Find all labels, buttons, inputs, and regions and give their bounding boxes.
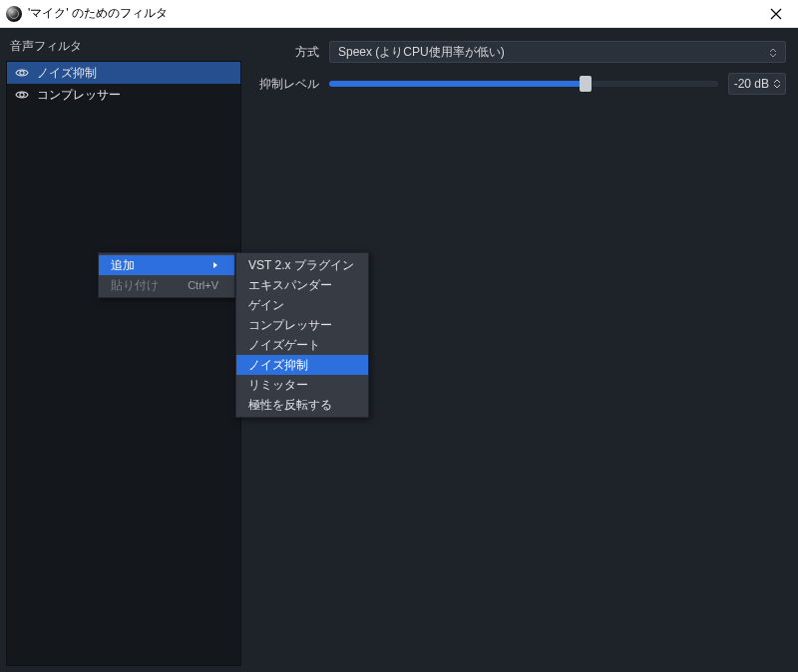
submenu-item-expander[interactable]: エキスパンダー <box>236 275 368 295</box>
context-menu[interactable]: 追加 貼り付け Ctrl+V <box>98 252 235 298</box>
spinbox-arrows-icon[interactable] <box>773 79 781 89</box>
submenu-item-limiter[interactable]: リミッター <box>236 375 368 395</box>
menu-item-add[interactable]: 追加 <box>99 255 234 275</box>
suppression-spinbox[interactable]: -20 dB <box>728 73 786 95</box>
close-icon <box>770 8 782 20</box>
submenu-item-noise-gate[interactable]: ノイズゲート <box>236 335 368 355</box>
menu-item-label: エキスパンダー <box>248 277 332 294</box>
menu-item-paste: 貼り付け Ctrl+V <box>99 275 234 295</box>
visibility-icon[interactable] <box>15 90 29 100</box>
suppression-slider[interactable] <box>329 81 718 87</box>
submenu-item-compressor[interactable]: コンプレッサー <box>236 315 368 335</box>
menu-item-label: VST 2.x プラグイン <box>248 257 354 274</box>
method-combobox[interactable]: Speex (よりCPU使用率が低い) <box>329 41 786 63</box>
filter-list[interactable]: ノイズ抑制 コンプレッサー <box>6 61 241 666</box>
visibility-icon[interactable] <box>15 68 29 78</box>
menu-item-label: ノイズゲート <box>248 337 320 354</box>
add-filter-submenu[interactable]: VST 2.x プラグイン エキスパンダー ゲイン コンプレッサー ノイズゲート… <box>235 252 369 418</box>
menu-item-label: コンプレッサー <box>248 317 332 334</box>
svg-point-1 <box>20 93 24 97</box>
submenu-item-invert-polarity[interactable]: 極性を反転する <box>236 395 368 415</box>
menu-item-label: ノイズ抑制 <box>248 357 308 374</box>
menu-item-label: 貼り付け <box>111 277 159 294</box>
submenu-item-noise-suppression[interactable]: ノイズ抑制 <box>236 355 368 375</box>
suppression-label: 抑制レベル <box>253 76 319 93</box>
filter-item-noise-suppression[interactable]: ノイズ抑制 <box>7 62 240 84</box>
window-title: 'マイク' のためのフィルタ <box>28 5 754 22</box>
menu-item-label: 追加 <box>111 257 135 274</box>
slider-thumb[interactable] <box>580 76 592 92</box>
filter-item-label: ノイズ抑制 <box>37 65 97 82</box>
filter-item-label: コンプレッサー <box>37 87 121 104</box>
menu-item-label: 極性を反転する <box>248 397 332 414</box>
property-row-method: 方式 Speex (よりCPU使用率が低い) <box>253 40 786 64</box>
audio-filters-panel: 音声フィルタ ノイズ抑制 コンプレッサー <box>6 34 241 666</box>
obs-app-icon <box>6 6 22 22</box>
method-value: Speex (よりCPU使用率が低い) <box>338 44 505 61</box>
svg-point-0 <box>20 71 24 75</box>
submenu-arrow-icon <box>189 261 218 269</box>
slider-fill <box>329 81 586 87</box>
audio-filters-header: 音声フィルタ <box>6 34 241 61</box>
menu-item-label: リミッター <box>248 377 308 394</box>
client-area: 音声フィルタ ノイズ抑制 コンプレッサー 方式 <box>0 28 798 672</box>
menu-item-shortcut: Ctrl+V <box>164 279 218 291</box>
menu-item-label: ゲイン <box>248 297 284 314</box>
filter-item-compressor[interactable]: コンプレッサー <box>7 84 240 106</box>
property-row-suppression: 抑制レベル -20 dB <box>253 72 786 96</box>
submenu-item-vst[interactable]: VST 2.x プラグイン <box>236 255 368 275</box>
filters-dialog: 'マイク' のためのフィルタ 音声フィルタ ノイズ抑制 コンプレ <box>0 0 798 672</box>
combobox-arrows-icon <box>765 44 781 62</box>
submenu-item-gain[interactable]: ゲイン <box>236 295 368 315</box>
suppression-value: -20 dB <box>734 77 769 91</box>
window-close-button[interactable] <box>754 0 798 28</box>
titlebar: 'マイク' のためのフィルタ <box>0 0 798 28</box>
method-label: 方式 <box>253 44 319 61</box>
